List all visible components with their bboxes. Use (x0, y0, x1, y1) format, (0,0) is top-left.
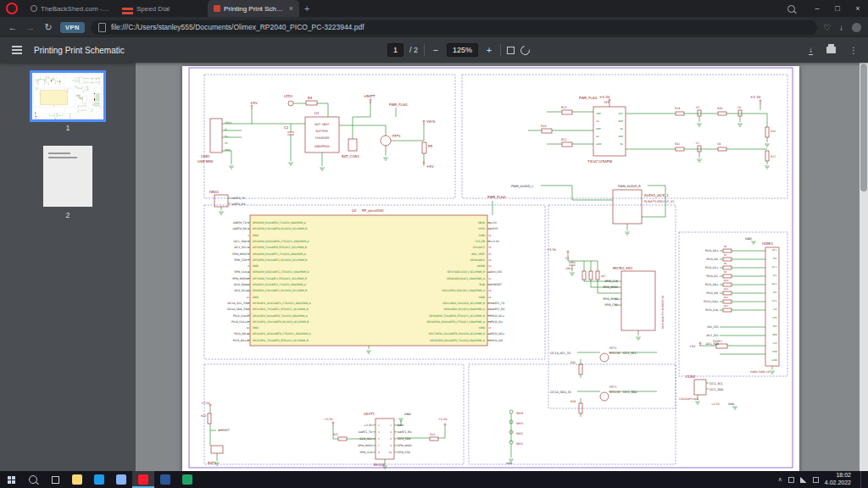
svg-text:D1-: D1- (100, 97, 101, 97)
taskbar-opera[interactable] (132, 471, 154, 488)
svg-text:R15: R15 (61, 114, 62, 115)
svg-text:USB1: USB1 (201, 154, 210, 158)
svg-text:1OE: 1OE (80, 78, 81, 79)
svg-text:SPI0_MOSI: SPI0_MOSI (232, 277, 247, 280)
svg-text:R16: R16 (771, 130, 776, 133)
back-icon[interactable]: ← (7, 22, 19, 32)
fit-page-icon[interactable] (507, 47, 515, 54)
svg-text:BSS138: BSS138 (609, 352, 620, 355)
svg-text:SPI0_MOSI: SPI0_MOSI (603, 286, 618, 289)
pdf-toolbar-right: ↓ ⋮ (809, 46, 858, 55)
svg-text:+3.3V: +3.3V (35, 111, 36, 112)
window-maximize-button[interactable]: □ (827, 0, 848, 17)
svg-text:I2C0_SDA: I2C0_SDA (398, 437, 411, 441)
taskbar-task-view[interactable] (44, 471, 66, 488)
svg-text:4: 4 (390, 431, 392, 434)
tab-grid[interactable]: Speed Dial (116, 0, 208, 17)
tab-title: Speed Dial (136, 5, 202, 13)
svg-text:AGND: AGND (477, 264, 486, 268)
svg-text:HPD: HPD (100, 105, 101, 106)
tray-expand-icon[interactable]: ∧ (778, 476, 782, 483)
svg-text:SCL: SCL (773, 324, 778, 328)
profile-avatar[interactable] (852, 23, 861, 32)
svg-text:UART1_TX: UART1_TX (491, 302, 505, 305)
svg-text:PICO_D1-: PICO_D1- (491, 320, 504, 324)
taskbar-file-explorer[interactable] (66, 471, 88, 488)
rotate-icon[interactable] (519, 43, 531, 56)
pdf-page: +5VLED1R4+BATTPWR_FLAGVSYSUSB1USB-MINIU1… (182, 66, 799, 471)
taskbar-start[interactable] (0, 471, 22, 488)
svg-text:C2: C2 (284, 125, 289, 130)
svg-text:I2C1_SCL: I2C1_SCL (234, 246, 247, 249)
thumbnail-sidebar: +5VLED1R4+BATTPWR_FLAGVSYSUSB1USB-MINIU1… (0, 63, 136, 471)
zoom-out-button[interactable]: − (431, 45, 441, 55)
network-icon[interactable] (800, 477, 807, 483)
menu-icon[interactable] (12, 46, 22, 47)
thumbnail-page-1[interactable]: +5VLED1R4+BATTPWR_FLAGVSYSUSB1USB-MINIU1… (32, 73, 103, 119)
more-options-icon[interactable]: ⋮ (849, 46, 858, 55)
taskbar-mail[interactable] (110, 471, 132, 488)
svg-text:DVI_CEC: DVI_CEC (707, 325, 719, 329)
svg-text:BSS138: BSS138 (609, 391, 620, 394)
url-field[interactable]: file:///C:/Users/stanley555/Documents/Ol… (91, 20, 817, 35)
volume-icon[interactable] (813, 477, 819, 483)
scrollbar-thumb[interactable] (860, 64, 867, 191)
show-desktop-button[interactable] (860, 471, 865, 488)
heart-icon[interactable]: ♡ (823, 23, 831, 32)
zoom-level[interactable]: 125% (447, 43, 478, 57)
taskbar-edge[interactable] (88, 471, 110, 488)
svg-text:BAT_CON1: BAT_CON1 (342, 154, 360, 158)
tab-pdf[interactable]: Printing Print Schematic× (208, 0, 299, 17)
svg-text:GND: GND (745, 237, 752, 241)
tab-search-icon[interactable] (787, 5, 795, 13)
tab-globe[interactable]: TheBackShed.com - Foru... (25, 0, 116, 17)
svg-text:R21: R21 (675, 142, 680, 146)
window-close-button[interactable]: × (848, 0, 868, 17)
svg-text:3A: 3A (83, 81, 84, 82)
svg-text:9: 9 (378, 452, 380, 454)
svg-text:GP3/SPI0_TX/UART0_RTS/I2C1_SCL: GP3/SPI0_TX/UART0_RTS/I2C1_SCL/PWM_B (253, 246, 307, 249)
svg-text:I2C1A_SDA_33: I2C1A_SDA_33 (227, 308, 247, 311)
svg-text:CK+: CK+ (100, 99, 101, 100)
new-tab-button[interactable]: + (304, 3, 309, 14)
download-icon[interactable]: ↓ (839, 23, 843, 32)
action-center-icon[interactable] (788, 477, 794, 483)
svg-text:3OE: 3OE (618, 135, 623, 138)
svg-text:GND: GND (728, 402, 735, 406)
svg-text:PICO_D1+: PICO_D1+ (491, 314, 505, 318)
svg-text:GP22/SPI0_SCK/I2C1_SDA/PWM_A: GP22/SPI0_SCK/I2C1_SDA/PWM_A (442, 289, 486, 292)
opera-menu-icon[interactable] (6, 3, 18, 14)
taskbar-search[interactable] (22, 471, 44, 488)
vpn-badge[interactable]: VPN (60, 22, 85, 33)
svg-text:R27: R27 (50, 114, 51, 115)
taskbar-clock[interactable]: 18:02 4.02.2022 (825, 472, 851, 487)
svg-text:ADC_VREF: ADC_VREF (471, 252, 485, 256)
forward-icon[interactable]: → (25, 22, 36, 32)
svg-text:GNDIPROG: GNDIPROG (47, 81, 50, 82)
svg-text:VBUS: VBUS (225, 121, 231, 125)
print-icon[interactable] (826, 47, 836, 53)
svg-text:UART1_RX: UART1_RX (491, 308, 505, 311)
vertical-scrollbar[interactable] (860, 63, 868, 471)
svg-text:PICO_D0-: PICO_D0- (234, 332, 247, 336)
tab-close-icon[interactable]: × (289, 4, 293, 13)
toolbar-divider (500, 44, 501, 56)
taskbar-excel[interactable] (176, 471, 198, 488)
window-minimize-button[interactable]: – (807, 0, 827, 17)
thumbnail-page-2[interactable] (43, 146, 92, 207)
svg-text:4: 4 (248, 241, 249, 243)
svg-text:C5: C5 (696, 106, 699, 109)
taskbar-word[interactable] (154, 471, 176, 488)
svg-text:29: 29 (68, 98, 69, 99)
svg-text:BAT_CON1: BAT_CON1 (51, 82, 53, 83)
zoom-in-button[interactable]: + (484, 45, 494, 55)
svg-text:31: 31 (488, 278, 492, 280)
addressbar-actions: ♡ ↓ (823, 23, 861, 32)
svg-text:+5V: +5V (772, 341, 777, 345)
svg-text:#RESET: #RESET (218, 429, 231, 432)
svg-text:UART1_RX: UART1_RX (57, 114, 59, 115)
pdf-download-icon[interactable]: ↓ (809, 46, 813, 55)
grid-icon (122, 8, 129, 10)
reload-icon[interactable]: ↻ (42, 22, 54, 33)
page-number-input[interactable]: 1 (387, 43, 403, 57)
